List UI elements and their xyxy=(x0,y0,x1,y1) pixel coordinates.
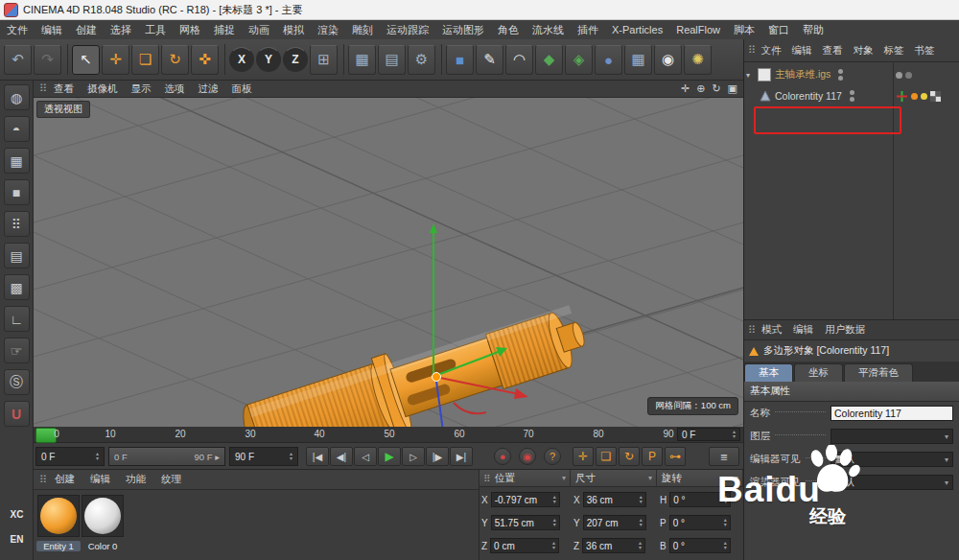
x-axis-lock[interactable]: X xyxy=(229,47,254,72)
visibility-dots[interactable] xyxy=(850,89,854,103)
viewport-menu-filter[interactable]: 过滤 xyxy=(192,82,225,96)
pan-view-icon[interactable]: ✛ xyxy=(681,82,690,95)
toggle-view-icon[interactable]: ▣ xyxy=(728,82,737,95)
menu-render[interactable]: 渲染 xyxy=(311,23,345,37)
simulation-icon[interactable]: ● xyxy=(595,45,622,75)
y-axis-lock[interactable]: Y xyxy=(256,47,281,72)
om-menu-bookmarks[interactable]: 书签 xyxy=(909,44,940,58)
menu-plugins[interactable]: 插件 xyxy=(571,23,605,37)
visibility-dots[interactable] xyxy=(838,68,843,82)
drag-handle-icon[interactable]: ⠿ xyxy=(480,473,495,484)
scale-tool-icon[interactable]: ❏ xyxy=(131,45,159,75)
stepper-down-icon[interactable]: ▾ xyxy=(724,500,727,504)
om-menu-view[interactable]: 查看 xyxy=(817,44,848,58)
menu-file[interactable]: 文件 xyxy=(0,23,35,37)
viewport-menu-view[interactable]: 查看 xyxy=(47,82,81,96)
stepper-down-icon[interactable]: ▾ xyxy=(290,456,292,461)
timeline-options-button[interactable]: ≣ xyxy=(709,447,739,466)
viewport-menu-panel[interactable]: 面板 xyxy=(225,82,259,96)
stepper-down-icon[interactable]: ▾ xyxy=(639,546,642,550)
live-selection-icon[interactable]: ↖ xyxy=(72,45,100,75)
am-menu-userdata[interactable]: 用户数据 xyxy=(819,323,871,337)
size-x-field[interactable]: 36 cm ▴▾ xyxy=(583,492,646,507)
stepper-down-icon[interactable]: ▾ xyxy=(640,500,643,504)
editor-visibility-dropdown[interactable]: 默认 ▾ xyxy=(830,452,953,467)
menu-window[interactable]: 窗口 xyxy=(761,23,796,37)
menu-edit[interactable]: 编辑 xyxy=(35,23,69,37)
current-frame-field[interactable]: 0 F ▴ ▾ xyxy=(677,428,740,441)
timeline-ruler[interactable]: 0 10 20 30 40 50 60 70 80 90 0 F ▴ ▾ xyxy=(34,427,743,443)
menu-select[interactable]: 选择 xyxy=(104,23,138,37)
frame-stepper[interactable]: ▴ ▾ xyxy=(290,452,292,461)
om-menu-file[interactable]: 文件 xyxy=(756,44,786,58)
stepper-down-icon[interactable]: ▾ xyxy=(724,523,727,527)
autokey-button[interactable]: ◉ xyxy=(519,448,536,465)
record-keyframe-button[interactable]: ● xyxy=(494,448,511,465)
material-menu-edit[interactable]: 编辑 xyxy=(82,473,118,486)
hand-tool-icon[interactable]: ☞ xyxy=(4,338,30,363)
viewport-canvas[interactable]: y x z xyxy=(34,98,743,427)
gizmo-center-handle[interactable] xyxy=(433,373,441,382)
position-x-field[interactable]: -0.797 cm ▴▾ xyxy=(491,492,560,507)
panel-menu-icon[interactable]: ⠿ xyxy=(744,324,756,337)
end-frame-field[interactable]: 90 F ▴ ▾ xyxy=(229,447,298,466)
redo-icon[interactable]: ↷ xyxy=(34,45,61,75)
menu-xparticles[interactable]: X-Particles xyxy=(605,24,669,35)
tag-dot[interactable] xyxy=(905,72,912,79)
key-parameter-toggle[interactable]: P xyxy=(642,447,663,466)
light-icon[interactable]: ✺ xyxy=(684,45,712,75)
menu-simulate[interactable]: 模拟 xyxy=(276,23,311,37)
dropdown-icon[interactable]: ▾ xyxy=(648,474,656,482)
position-header[interactable]: ⠿ 位置 ▾ xyxy=(480,470,571,487)
material-menu-texture[interactable]: 纹理 xyxy=(153,473,189,486)
recent-tool-icon[interactable]: ✜ xyxy=(191,45,219,75)
object-name-colorentity[interactable]: Colorentity 117 xyxy=(775,90,842,102)
render-view-icon[interactable]: ▦ xyxy=(348,45,376,75)
name-field[interactable] xyxy=(830,406,953,421)
viewport-menu-camera[interactable]: 摄像机 xyxy=(81,82,125,96)
display-sphere-icon[interactable]: ◍ xyxy=(4,84,30,110)
frame-stepper[interactable]: ▴ ▾ xyxy=(96,452,99,461)
stepper-down-icon[interactable]: ▾ xyxy=(733,434,736,439)
dropdown-icon[interactable]: ▾ xyxy=(945,478,948,487)
menu-mesh[interactable]: 网格 xyxy=(173,23,207,37)
object-row-root[interactable]: ▾ 主轴承维.igs xyxy=(746,64,843,85)
render-settings-icon[interactable]: ⚙ xyxy=(408,45,435,75)
stepper-down-icon[interactable]: ▾ xyxy=(552,546,555,550)
polygons-mode-icon[interactable]: ▩ xyxy=(4,274,30,300)
viewport-menu-display[interactable]: 显示 xyxy=(125,82,158,96)
object-name-root[interactable]: 主轴承维.igs xyxy=(775,68,830,82)
preview-range-slider[interactable]: 0 F 90 F ▸ xyxy=(108,447,225,466)
next-key-button[interactable]: |▶ xyxy=(426,447,449,466)
coordinate-system-icon[interactable]: ⊞ xyxy=(310,45,338,75)
move-tool-icon[interactable]: ✛ xyxy=(102,45,129,75)
dropdown-icon[interactable]: ▾ xyxy=(945,455,948,464)
basic-properties-section[interactable]: 基本属性 xyxy=(744,382,959,402)
record-help-button[interactable]: ? xyxy=(544,448,561,465)
expand-caret-icon[interactable]: ▾ xyxy=(746,71,756,80)
key-pla-toggle[interactable]: ⊶ xyxy=(665,447,686,466)
menu-create[interactable]: 创建 xyxy=(69,23,104,37)
om-menu-objects[interactable]: 对象 xyxy=(848,44,878,58)
object-tree[interactable]: ▾ 主轴承维.igs Colorentity 117 xyxy=(744,62,959,319)
zoom-view-icon[interactable]: ⊕ xyxy=(696,82,705,95)
menu-script[interactable]: 脚本 xyxy=(727,23,761,37)
play-button[interactable]: ▶ xyxy=(378,447,401,466)
rotation-header[interactable]: 旋转 ▾ xyxy=(657,470,743,487)
checker-sphere-icon[interactable]: ◓ xyxy=(4,116,30,142)
rotate-tool-icon[interactable]: ↻ xyxy=(161,45,189,75)
tag-dot[interactable] xyxy=(896,72,902,79)
size-header[interactable]: 尺寸 ▾ xyxy=(571,470,657,487)
material-tag-icon[interactable] xyxy=(911,93,918,100)
points-mode-icon[interactable]: ⠿ xyxy=(4,211,30,237)
goto-end-button[interactable]: ▶| xyxy=(450,447,473,466)
key-scale-toggle[interactable]: ❏ xyxy=(596,447,617,466)
goto-start-button[interactable]: |◀ xyxy=(306,447,329,466)
camera-icon[interactable]: ◉ xyxy=(654,45,682,75)
perspective-viewport[interactable]: y x z 透视视图 网格间隔：100 cm xyxy=(34,98,743,427)
selection-tag-icon[interactable] xyxy=(921,93,927,100)
layer-dropdown[interactable]: ▾ xyxy=(830,429,953,444)
uv-tag-icon[interactable] xyxy=(930,91,941,102)
stepper-down-icon[interactable]: ▾ xyxy=(553,523,556,527)
material-label-entity[interactable]: Entity 1 xyxy=(36,541,81,551)
